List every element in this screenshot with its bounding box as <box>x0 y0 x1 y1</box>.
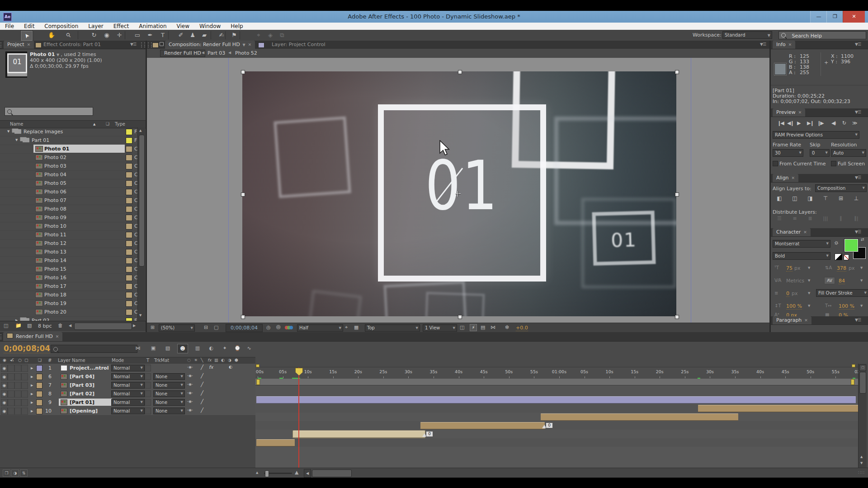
work-area-end-handle[interactable] <box>852 364 855 367</box>
label-color-chip[interactable] <box>126 189 132 195</box>
scrollbar-thumb[interactable] <box>139 135 145 267</box>
tree-item-photo-05[interactable]: Photo 05C <box>0 179 137 188</box>
work-area-start-handle[interactable] <box>256 364 259 367</box>
align-right-button[interactable]: ◨ <box>804 194 816 203</box>
dropdown-icon[interactable]: ▼ <box>181 391 183 397</box>
label-color-chip[interactable] <box>126 137 132 144</box>
time-navigator-bar[interactable] <box>255 379 858 385</box>
close-tab-icon[interactable]: ✕ <box>56 334 59 339</box>
magnification-dropdown[interactable]: (50%)▼ <box>159 324 195 332</box>
label-color-chip[interactable] <box>126 292 132 298</box>
solo-switch[interactable] <box>14 399 21 406</box>
tree-item-photo-03[interactable]: Photo 03C <box>0 162 137 171</box>
footage-thumbnail[interactable]: 01 <box>5 52 27 78</box>
scrollbar-thumb[interactable] <box>859 372 866 394</box>
scroll-left-icon[interactable]: ◀ <box>69 324 71 328</box>
dropdown-icon[interactable]: ▼ <box>808 279 810 282</box>
quality-switch-icon[interactable]: ╱ <box>201 382 203 387</box>
tree-item-photo-13[interactable]: Photo 13C <box>0 248 137 257</box>
parent-pickwhip-icon[interactable]: -◉- <box>187 374 193 378</box>
selection-tool[interactable]: ➤ <box>21 31 33 41</box>
project-search-box[interactable] <box>5 107 93 116</box>
layer-name[interactable]: [Opening] <box>70 408 98 414</box>
tree-expand-arrow-icon[interactable]: ▼ <box>15 138 18 142</box>
eraser-tool[interactable]: ▰ <box>199 31 210 40</box>
dropdown-icon[interactable]: ▼ <box>808 291 810 295</box>
grid-options-icon[interactable]: ⊟ <box>204 324 208 330</box>
layer-handle[interactable] <box>458 70 462 74</box>
tree-item-photo-12[interactable]: Photo 12C <box>0 239 137 248</box>
expand-transfer-controls-icon[interactable]: ◑ <box>11 469 19 477</box>
track-row[interactable] <box>255 438 858 447</box>
t-switch-cell[interactable] <box>145 399 151 406</box>
clip-bar[interactable] <box>256 439 295 446</box>
label-color-chip[interactable] <box>126 129 132 135</box>
region-of-interest-icon[interactable]: ▢ <box>214 324 218 330</box>
layer-name[interactable]: [Part 03] <box>70 382 94 388</box>
reset-exposure-icon[interactable]: ❇ <box>505 324 509 330</box>
solo-switch[interactable] <box>14 373 21 380</box>
loop-button[interactable]: ↻ <box>842 120 845 126</box>
scroll-down-icon[interactable]: ▼ <box>860 461 863 465</box>
timeline-search-box[interactable] <box>51 345 137 353</box>
video-switch[interactable]: ◉ <box>1 365 8 372</box>
video-switch[interactable]: ◉ <box>1 373 8 380</box>
menu-animation[interactable]: Animation <box>134 23 171 30</box>
layer-handle[interactable] <box>675 192 679 197</box>
tab-render-full-hd[interactable]: Render Full HD✕ <box>3 332 62 341</box>
lock-switch[interactable] <box>21 382 28 389</box>
distribute-bottom-button[interactable]: ≣ <box>804 215 816 223</box>
tab-composition[interactable]: Composition: Render Full HD▼✕ <box>165 41 255 49</box>
scroll-up-icon[interactable]: ▲ <box>860 455 863 459</box>
fast-previews-icon[interactable]: ⚡ <box>470 324 477 331</box>
grid-and-guides-icon[interactable]: ⊞ <box>151 324 155 330</box>
layer-row-8[interactable]: ◉▶8[Part 02]Normal▼None▼-◉-╱ <box>0 389 255 399</box>
track-row[interactable] <box>255 421 858 430</box>
lock-switch[interactable] <box>21 373 28 380</box>
dropdown-icon[interactable]: ▼ <box>860 266 863 270</box>
show-last-snapshot-icon[interactable]: ☻ <box>276 324 281 330</box>
tracking-value[interactable]: 84 <box>839 278 845 284</box>
label-color-chip[interactable] <box>126 206 132 212</box>
breadcrumb-current[interactable]: Render Full HD <box>160 50 205 57</box>
tree-item-photo-16[interactable]: Photo 16C <box>0 273 137 282</box>
panel-menu-icon[interactable]: ▼☰ <box>855 42 861 47</box>
tree-item-photo-08[interactable]: Photo 08C <box>0 205 137 214</box>
ram-preview-button[interactable]: ≫ <box>852 120 857 126</box>
maximize-button[interactable]: ❐ <box>826 11 843 23</box>
lock-switch[interactable] <box>21 365 28 372</box>
hide-shy-button[interactable]: ☻ <box>177 344 188 353</box>
panel-grip[interactable] <box>141 42 145 47</box>
dropdown-icon[interactable]: ▼ <box>181 374 183 380</box>
shape-tool[interactable]: ▭ <box>132 31 143 40</box>
graph-editor-button[interactable]: ∿ <box>244 344 254 352</box>
swap-fill-stroke-icon[interactable]: ⇄ <box>861 237 864 242</box>
menu-effect[interactable]: Effect <box>108 23 134 30</box>
dropdown-icon[interactable]: ▼ <box>808 304 810 308</box>
full-screen-checkbox[interactable] <box>831 161 836 166</box>
scroll-up-icon[interactable]: ▲ <box>139 129 142 132</box>
layer-name[interactable]: Project...ntrol <box>70 365 108 371</box>
current-timecode[interactable]: 0;00;08;04 <box>4 344 50 353</box>
expand-arrow-icon[interactable]: ▶ <box>31 366 33 370</box>
interpret-footage-icon[interactable]: ◫ <box>4 323 8 328</box>
brainstorm-button[interactable]: ✦ <box>220 344 230 352</box>
layer-name[interactable]: [Part 04] <box>70 374 94 380</box>
world-axis-mode-tool[interactable]: ◈ <box>265 31 276 40</box>
last-frame-button[interactable]: ❙▶ <box>817 120 823 126</box>
project-scrollbar[interactable]: ▲ ▼ <box>137 127 145 321</box>
breadcrumb-photo52[interactable]: Photo 52 <box>235 50 257 56</box>
navigator-start-handle[interactable] <box>256 379 260 385</box>
layer-row-10[interactable]: ◉▶10[Opening]Normal▼None▼-◉-╱ <box>0 407 255 416</box>
comp-button-icon[interactable]: ▢ <box>859 365 866 371</box>
time-ruler[interactable]: 0:00s05s10s15s20s25s30s35s40s45s50s55s01… <box>255 367 858 379</box>
menu-help[interactable]: Help <box>226 23 248 30</box>
clip-bar[interactable] <box>698 405 858 412</box>
breadcrumb-part03[interactable]: Part 03 <box>208 50 225 56</box>
label-color-chip[interactable] <box>126 146 132 152</box>
solo-switch[interactable] <box>14 390 21 398</box>
live-update-button[interactable]: ▣ <box>148 344 158 352</box>
layer-color-chip[interactable] <box>36 365 42 371</box>
vertical-scale-value[interactable]: 100 % <box>786 303 802 310</box>
font-family-dropdown[interactable]: Montserrat▼ <box>773 240 830 248</box>
